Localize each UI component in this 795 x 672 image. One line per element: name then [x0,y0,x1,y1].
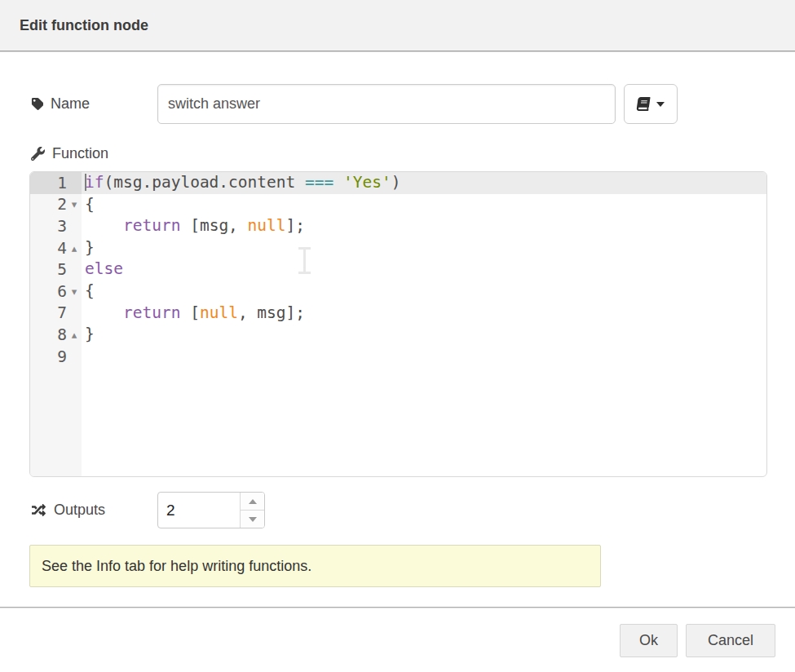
dialog-title: Edit function node [20,17,148,34]
editor-code[interactable]: if(msg.payload.content === 'Yes'){ retur… [82,172,766,476]
name-input[interactable] [157,84,616,124]
line-number: 2 [30,195,67,214]
code-line[interactable]: return [msg, null]; [82,215,766,237]
line-number: 3 [30,217,67,236]
form-tip: See the Info tab for help writing functi… [29,545,601,587]
line-number: 1 [30,174,67,192]
outputs-label-text: Outputs [54,502,105,519]
spinner-down-button[interactable] [241,511,264,528]
ok-button[interactable]: Ok [620,624,678,657]
function-label: Function [31,144,108,163]
outputs-label: Outputs [31,492,105,528]
wrench-icon [31,147,45,161]
outputs-input[interactable] [158,493,240,528]
code-line[interactable]: return [null, msg]; [82,303,766,325]
code-line[interactable]: { [82,281,766,303]
cancel-button[interactable]: Cancel [686,624,775,657]
library-dropdown-button[interactable] [624,84,678,124]
code-line[interactable] [82,346,766,368]
editor-gutter: 12▾34▴56▾78▴9 [30,172,82,476]
outputs-spinner [157,492,265,528]
fold-widget-icon[interactable]: ▴ [67,329,82,340]
form-tip-text: See the Info tab for help writing functi… [42,558,311,575]
code-line[interactable]: else [82,259,766,281]
random-icon [31,503,46,517]
book-icon [636,97,651,111]
fold-widget-icon[interactable]: ▾ [67,286,82,297]
line-number: 5 [30,260,67,279]
name-label-text: Name [51,95,90,113]
tag-icon [31,98,43,110]
line-number: 7 [30,303,67,322]
name-label: Name [31,84,90,124]
code-line[interactable]: { [82,194,766,216]
caret-down-icon [656,102,665,107]
line-number: 8 [30,325,67,344]
line-number: 9 [30,347,67,366]
spinner-buttons [240,493,264,528]
line-number: 6 [30,282,67,301]
dialog-header: Edit function node [0,0,795,51]
code-line[interactable]: if(msg.payload.content === 'Yes') [82,172,766,194]
fold-widget-icon[interactable]: ▴ [67,243,82,254]
spinner-up-button[interactable] [241,493,264,511]
function-code-editor[interactable]: 12▾34▴56▾78▴9 if(msg.payload.content ===… [29,171,767,477]
code-line[interactable]: } [82,324,766,346]
caret-down-icon [249,517,257,522]
line-number: 4 [30,239,67,258]
footer-divider [0,607,795,608]
caret-up-icon [249,499,257,504]
code-line[interactable]: } [82,237,766,259]
fold-widget-icon[interactable]: ▾ [67,199,82,210]
function-label-text: Function [52,145,108,162]
